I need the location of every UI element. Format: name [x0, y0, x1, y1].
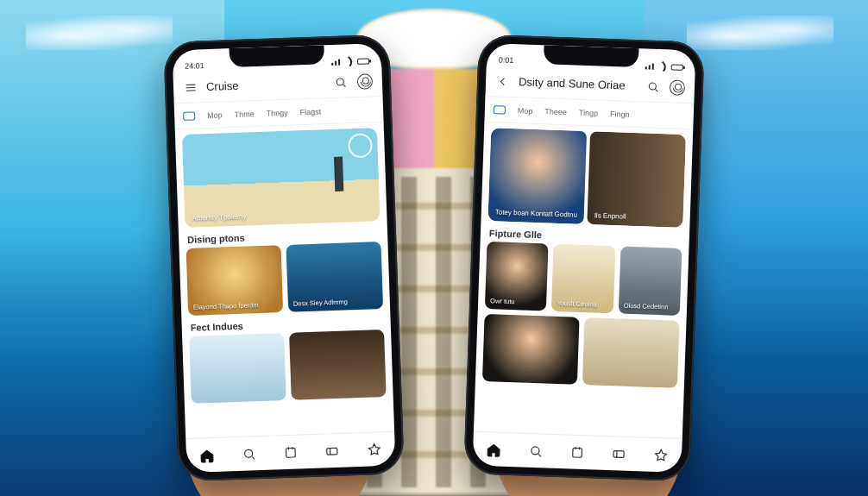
bottom-nav	[473, 431, 682, 473]
svg-point-1	[244, 449, 252, 457]
tab-home[interactable]	[488, 102, 512, 118]
tab-2[interactable]: Thme	[229, 105, 260, 122]
notch	[544, 45, 639, 67]
nav-home[interactable]	[484, 440, 504, 460]
tab-4[interactable]: Flagst	[294, 104, 326, 120]
card-dining-0[interactable]: Elayond Thapo fperdm	[186, 245, 284, 316]
nav-star[interactable]	[364, 440, 384, 460]
nav-tickets[interactable]	[609, 444, 629, 464]
nav-collections[interactable]	[568, 443, 588, 462]
hero-badge-icon	[348, 133, 373, 158]
svg-rect-3	[327, 448, 337, 455]
content-scroll[interactable]: Totey boan Kontatt Godtnu Ils Enpnoll Fi…	[474, 122, 693, 438]
nav-search[interactable]	[239, 444, 259, 464]
nav-search[interactable]	[525, 441, 545, 461]
svg-rect-2	[286, 448, 295, 457]
wifi-icon	[657, 61, 669, 72]
nav-tickets[interactable]	[323, 441, 343, 461]
hero-row: Totey boan Kontatt Godtnu Ils Enpnoll	[487, 128, 686, 228]
hero-card[interactable]: Amernty Tpolerny	[182, 128, 381, 228]
card-gal-0[interactable]: Owr tutu	[485, 242, 549, 311]
wifi-icon	[344, 56, 355, 67]
svg-point-4	[649, 82, 656, 89]
svg-point-5	[531, 446, 538, 454]
tab-3[interactable]: Tingp	[574, 104, 604, 121]
phone-right: 0:01 Dsity and Sune Oriae Mop Theee Ting…	[463, 35, 705, 482]
tab-1[interactable]: Mop	[513, 103, 538, 119]
svg-point-0	[337, 78, 343, 85]
hero-caption: Amernty Tpolerny	[192, 212, 246, 222]
home-pill-icon	[183, 111, 195, 120]
status-time: 24:01	[185, 61, 204, 71]
card-feat-1[interactable]	[289, 330, 387, 400]
card-dining-1[interactable]: Desx Siey Adlmmg	[286, 242, 383, 312]
profile-button[interactable]	[356, 72, 374, 91]
notch	[229, 45, 324, 67]
tab-3[interactable]: Thngy	[261, 104, 293, 121]
phone-left: 24:01 Cruise Mop Thme Thngy Flagst Amern…	[163, 35, 405, 482]
home-pill-icon	[494, 105, 506, 114]
search-button[interactable]	[645, 78, 663, 96]
profile-button[interactable]	[669, 78, 687, 97]
tab-1[interactable]: Mop	[202, 107, 228, 123]
back-button[interactable]	[494, 72, 513, 91]
hero-card-1[interactable]: Ils Enpnoll	[587, 131, 686, 228]
card-feat-0[interactable]	[189, 333, 286, 404]
svg-rect-6	[573, 448, 582, 457]
nav-home[interactable]	[198, 445, 217, 465]
content-scroll[interactable]: Amernty Tpolerny Dising ptons Elayond Th…	[175, 122, 394, 438]
tab-home[interactable]	[178, 108, 201, 124]
svg-rect-7	[613, 450, 624, 457]
nav-star[interactable]	[651, 445, 670, 465]
card-more-0[interactable]	[482, 314, 580, 385]
bottom-nav	[186, 431, 395, 473]
tab-2[interactable]: Theee	[539, 104, 572, 120]
page-title: Cruise	[206, 76, 325, 93]
nav-collections[interactable]	[280, 443, 300, 462]
battery-icon	[671, 64, 683, 70]
search-button[interactable]	[332, 73, 350, 91]
battery-icon	[357, 58, 369, 64]
status-time: 0:01	[499, 55, 514, 65]
hero-card-0[interactable]: Totey boan Kontatt Godtnu	[487, 128, 587, 224]
card-gal-1[interactable]: Youslt Ctrolna	[551, 244, 615, 313]
tab-4[interactable]: Fingn	[605, 105, 635, 122]
signal-icon	[645, 62, 656, 69]
page-title: Dsity and Sune Oriae	[519, 75, 638, 92]
card-more-1[interactable]	[582, 317, 680, 388]
card-gal-2[interactable]: Olosd Cedetinn	[618, 246, 682, 315]
menu-button[interactable]	[182, 78, 200, 97]
signal-icon	[331, 59, 342, 66]
